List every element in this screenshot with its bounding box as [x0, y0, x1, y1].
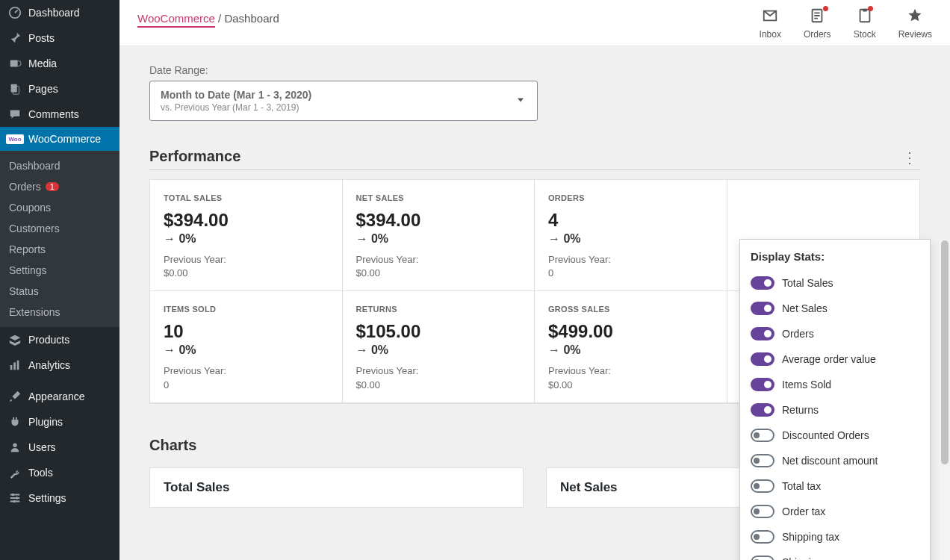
toggle-label: Items Sold	[782, 379, 831, 391]
toggle-row-total-tax[interactable]: Total tax	[751, 473, 919, 499]
notification-dot	[823, 6, 828, 11]
pin-icon	[7, 31, 22, 45]
sidebar-item-label: WooCommerce	[28, 133, 101, 145]
scrollbar-thumb[interactable]	[941, 240, 949, 464]
stat-orders[interactable]: ORDERS 4 → 0% Previous Year:0	[535, 180, 727, 291]
toggle-switch[interactable]	[751, 429, 774, 442]
toggle-row-total-sales[interactable]: Total Sales	[751, 270, 919, 296]
sidebar-item-pages[interactable]: Pages	[0, 76, 119, 102]
sidebar-item-users[interactable]: Users	[0, 435, 119, 460]
toggle-switch[interactable]	[751, 378, 774, 391]
toggle-row-orders[interactable]: Orders	[751, 321, 919, 346]
svg-point-8	[13, 444, 16, 447]
display-stats-popover: Display Stats: Total SalesNet SalesOrder…	[739, 239, 931, 560]
toggle-switch[interactable]	[751, 479, 774, 493]
stat-items-sold[interactable]: ITEMS SOLD 10 → 0% Previous Year:0	[150, 291, 343, 402]
toggle-row-net-sales[interactable]: Net Sales	[751, 296, 919, 321]
topicon-stock[interactable]: Stock	[854, 7, 876, 40]
sidebar-item-posts[interactable]: Posts	[0, 25, 119, 51]
stat-total-sales[interactable]: TOTAL SALES $394.00 → 0% Previous Year:$…	[150, 180, 343, 291]
admin-sidebar: Dashboard Posts Media Pages Comments	[0, 0, 119, 560]
sidebar-item-plugins[interactable]: Plugins	[0, 409, 119, 435]
toggle-row-order-tax[interactable]: Order tax	[751, 499, 919, 524]
toggle-row-shipping-tax[interactable]: Shipping tax	[751, 524, 919, 550]
performance-menu-button[interactable]: ⋮	[899, 149, 920, 169]
sidebar-item-settings[interactable]: Settings	[0, 485, 119, 511]
crumb-current: Dashboard	[224, 12, 279, 25]
svg-point-9	[12, 494, 15, 497]
toggle-switch[interactable]	[751, 302, 774, 315]
sidebar-item-label: Users	[28, 441, 56, 453]
toggle-row-net-discount-amount[interactable]: Net discount amount	[751, 448, 919, 473]
toggle-row-discounted-orders[interactable]: Discounted Orders	[751, 423, 919, 448]
svg-rect-7	[17, 361, 19, 370]
sub-item-coupons[interactable]: Coupons	[0, 197, 119, 218]
toggle-label: Order tax	[782, 505, 825, 517]
crumb-woocommerce[interactable]: WooCommerce	[137, 12, 215, 28]
toggle-switch[interactable]	[751, 327, 774, 340]
sub-item-settings[interactable]: Settings	[0, 260, 119, 281]
performance-title: Performance	[149, 148, 240, 169]
sidebar-item-products[interactable]: Products	[0, 327, 119, 352]
toggle-switch[interactable]	[751, 454, 774, 467]
wrench-icon	[7, 466, 22, 479]
sidebar-item-label: Media	[28, 57, 57, 69]
svg-point-11	[13, 500, 16, 503]
sidebar-item-dashboard[interactable]: Dashboard	[0, 0, 119, 25]
toggle-switch[interactable]	[751, 556, 774, 560]
sidebar-item-label: Dashboard	[28, 7, 80, 19]
sidebar-item-appearance[interactable]: Appearance	[0, 384, 119, 409]
sidebar-item-label: Products	[28, 334, 69, 346]
sidebar-item-label: Plugins	[28, 416, 63, 428]
sidebar-item-media[interactable]: Media	[0, 51, 119, 76]
products-icon	[7, 333, 22, 346]
toggle-switch[interactable]	[751, 352, 774, 366]
reviews-icon	[907, 7, 923, 28]
sidebar-item-label: Analytics	[28, 359, 70, 371]
breadcrumb: WooCommerce / Dashboard	[137, 7, 279, 25]
chevron-down-icon	[515, 94, 527, 108]
date-range-main: Month to Date (Mar 1 - 3, 2020)	[161, 89, 311, 101]
toggle-label: Average order value	[782, 353, 876, 365]
sub-item-extensions[interactable]: Extensions	[0, 302, 119, 323]
toggle-label: Total Sales	[782, 277, 833, 289]
toggle-row-average-order-value[interactable]: Average order value	[751, 346, 919, 372]
topicon-reviews[interactable]: Reviews	[898, 7, 932, 40]
dashboard-icon	[7, 6, 22, 19]
toggle-switch[interactable]	[751, 403, 774, 417]
toggle-row-returns[interactable]: Returns	[751, 397, 919, 423]
sidebar-item-tools[interactable]: Tools	[0, 460, 119, 485]
svg-rect-3	[11, 84, 17, 93]
sidebar-item-woocommerce[interactable]: Woo WooCommerce	[0, 127, 119, 151]
toggle-switch[interactable]	[751, 505, 774, 518]
pages-icon	[7, 82, 22, 96]
brush-icon	[7, 390, 22, 403]
stat-gross-sales[interactable]: GROSS SALES $499.00 → 0% Previous Year:$…	[535, 291, 727, 402]
sidebar-item-label: Settings	[28, 492, 66, 504]
comment-icon	[7, 108, 22, 121]
topicon-orders[interactable]: Orders	[804, 7, 831, 40]
stat-net-sales[interactable]: NET SALES $394.00 → 0% Previous Year:$0.…	[343, 180, 535, 291]
chart-card-total-sales[interactable]: Total Sales	[149, 467, 524, 508]
user-icon	[7, 441, 22, 454]
sidebar-item-comments[interactable]: Comments	[0, 102, 119, 127]
topicon-inbox[interactable]: Inbox	[760, 7, 781, 40]
stat-returns[interactable]: RETURNS $105.00 → 0% Previous Year:$0.00	[343, 291, 535, 402]
toggle-switch[interactable]	[751, 276, 774, 290]
toggle-row-shipping[interactable]: Shipping	[751, 550, 919, 560]
sub-item-customers[interactable]: Customers	[0, 218, 119, 239]
date-range-select[interactable]: Month to Date (Mar 1 - 3, 2020) vs. Prev…	[149, 81, 538, 121]
sub-item-reports[interactable]: Reports	[0, 239, 119, 260]
date-range-sub: vs. Previous Year (Mar 1 - 3, 2019)	[161, 102, 311, 113]
inbox-icon	[762, 7, 778, 28]
toggle-row-items-sold[interactable]: Items Sold	[751, 372, 919, 397]
top-bar: WooCommerce / Dashboard Inbox Orders Sto…	[119, 0, 950, 46]
sub-item-orders[interactable]: Orders 1	[0, 176, 119, 197]
toggle-label: Total tax	[782, 480, 821, 492]
media-icon	[7, 57, 22, 70]
scrollbar[interactable]	[940, 239, 950, 560]
toggle-switch[interactable]	[751, 530, 774, 544]
sub-item-status[interactable]: Status	[0, 281, 119, 302]
sidebar-item-analytics[interactable]: Analytics	[0, 352, 119, 378]
sub-item-dashboard[interactable]: Dashboard	[0, 155, 119, 176]
